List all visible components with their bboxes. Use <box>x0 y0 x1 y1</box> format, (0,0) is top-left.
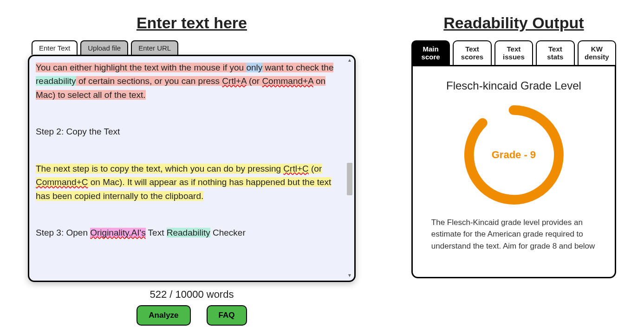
action-buttons: Analyze FAQ <box>28 305 356 326</box>
input-title: Enter text here <box>28 14 356 32</box>
scroll-thumb[interactable] <box>347 163 352 195</box>
tab-label: Text <box>548 45 562 53</box>
text-editor[interactable]: You can either highlight the text with t… <box>28 55 356 282</box>
tab-text-issues[interactable]: Text issues <box>494 40 533 65</box>
scroll-down-icon[interactable]: ▼ <box>347 273 352 279</box>
output-body: Flesch-kincaid Grade Level Grade - 9 The… <box>411 65 616 278</box>
editor-content[interactable]: You can either highlight the text with t… <box>36 61 343 276</box>
highlight-sentence: (or <box>247 76 262 86</box>
tab-label: KW <box>591 45 603 53</box>
word-count: 522 / 10000 words <box>28 289 356 301</box>
highlight-sentence: want to check the <box>262 63 333 72</box>
output-panel: Readability Output Main score Text score… <box>411 9 616 326</box>
highlight-sentence: You can either highlight the text with t… <box>36 63 246 72</box>
spell-word: Command+C <box>36 177 88 187</box>
highlight-word: readability <box>36 76 76 86</box>
tab-label: Text <box>465 45 479 53</box>
output-tabs: Main score Text scores Text issues Text … <box>411 40 616 65</box>
tab-label: scores <box>461 53 483 61</box>
score-gauge: Grade - 9 <box>460 102 567 208</box>
tab-text-stats[interactable]: Text stats <box>536 40 574 65</box>
gauge-description: The Flesch-Kincaid grade level provides … <box>431 217 596 252</box>
tab-enter-text[interactable]: Enter Text <box>32 40 78 55</box>
highlight-sentence: The next step is to copy the text, which… <box>36 164 283 173</box>
tab-label: Text <box>507 45 521 53</box>
spell-word: Crtl+C <box>283 164 308 173</box>
tab-main-score[interactable]: Main score <box>411 40 450 65</box>
output-title: Readability Output <box>411 14 616 32</box>
highlight-sentence: of certain sections, or you can press <box>76 76 222 86</box>
tab-text-scores[interactable]: Text scores <box>453 40 491 65</box>
step-heading: Step 2: Copy the Text <box>36 125 343 138</box>
input-tabs: Enter Text Upload file Enter URL <box>32 40 356 55</box>
input-panel: Enter text here Enter Text Upload file E… <box>28 9 356 326</box>
highlight-word: only <box>246 63 262 72</box>
highlight-word: Readability <box>167 228 210 237</box>
tab-enter-url[interactable]: Enter URL <box>131 40 178 55</box>
tab-label: issues <box>503 53 525 61</box>
step-heading: Text <box>146 228 167 237</box>
scroll-up-icon[interactable]: ▲ <box>347 58 352 64</box>
spell-word: Command+A <box>262 76 313 86</box>
step-heading: Checker <box>210 228 246 237</box>
gauge-value: Grade - 9 <box>460 102 567 208</box>
tab-label: Main <box>423 45 438 53</box>
tab-kw-density[interactable]: KW density <box>578 40 616 65</box>
tab-label: density <box>585 53 609 61</box>
tab-label: score <box>422 53 440 61</box>
tab-label: stats <box>547 53 563 61</box>
scrollbar[interactable]: ▲ ▼ <box>347 58 352 279</box>
tab-upload-file[interactable]: Upload file <box>80 40 128 55</box>
spell-word: Crtl+A <box>222 76 246 86</box>
gauge-title: Flesch-kincaid Grade Level <box>431 79 596 92</box>
faq-button[interactable]: FAQ <box>207 305 247 326</box>
highlight-sentence: (or <box>309 164 322 173</box>
step-heading: Step 3: Open <box>36 228 90 237</box>
highlight-word: Originality.AI's <box>90 228 145 237</box>
analyze-button[interactable]: Analyze <box>137 305 190 326</box>
